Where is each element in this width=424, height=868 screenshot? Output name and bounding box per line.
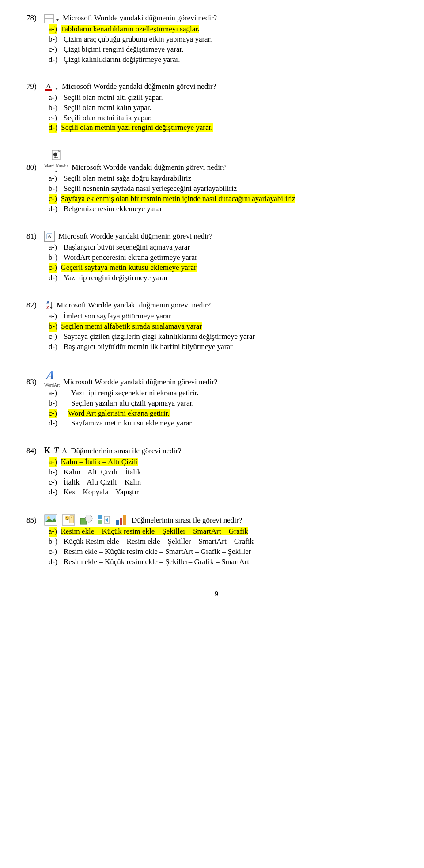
svg-marker-9 — [54, 171, 58, 172]
option-a: a-) Yazı tipi rengi seçeneklerini ekrana… — [49, 388, 406, 398]
option-label: d-) — [49, 204, 64, 214]
option-text: Kes – Kopyala – Yapıştır — [64, 487, 139, 497]
option-label: c-) — [49, 547, 64, 557]
question-number: 79) — [26, 82, 41, 92]
option-label: d-) — [49, 557, 64, 567]
option-label: c-) — [49, 194, 57, 203]
svg-text:A: A — [46, 83, 51, 90]
question-78: 78) Microsoft Wordde yandaki düğmenin gö… — [26, 13, 406, 65]
text-wrap-icon: Metni Kaydır — [44, 150, 68, 173]
svg-point-27 — [71, 517, 72, 518]
option-d: d-) Başlangıcı büyüt'dür metnin ilk harf… — [49, 342, 406, 352]
question-text: Microsoft Wordde yandaki düğmenin görevi… — [62, 82, 216, 92]
svg-point-29 — [85, 515, 92, 522]
option-d: d-) Belgemize resim eklemeye yarar — [49, 204, 406, 214]
option-c: c-) Çizgi biçimi rengini değiştirmeye ya… — [49, 45, 406, 55]
svg-rect-35 — [120, 518, 122, 525]
option-d: d-) Kes – Kopyala – Yapıştır — [49, 487, 406, 497]
option-text: Resim ekle – Küçük resim ekle – SmartArt… — [64, 547, 251, 557]
option-d: d-) Sayfamıza metin kutusu eklemeye yara… — [49, 418, 406, 428]
borders-icon — [44, 14, 59, 23]
option-label: c-) — [49, 478, 64, 488]
option-b: b-) Çizim araç çubuğu grubunu etkin yapm… — [49, 34, 406, 45]
options: a-) Seçili olan metni altı çizili yapar.… — [49, 93, 406, 133]
option-d: d-) Seçili olan metnin yazı rengini deği… — [49, 123, 406, 133]
option-d: d-) Yazı tip rengini değiştirmeye yarar — [49, 273, 406, 283]
question-number: 81) — [26, 231, 41, 242]
option-a: a-) Tabloların kenarlıklarını özelleştir… — [49, 24, 406, 34]
option-label: c-) — [49, 332, 64, 342]
option-text: Seçili olan metni kalın yapar. — [64, 103, 151, 113]
option-d: d-) Çizgi kalınlıklarını değiştirmeye ya… — [49, 55, 406, 65]
option-label: b-) — [49, 398, 64, 409]
option-text: Seçili olan metni italik yapar. — [64, 113, 152, 123]
svg-text:A: A — [47, 233, 52, 239]
option-label: a-) — [49, 311, 64, 322]
option-c: c-) Word Art galerisini ekrana getirir. — [49, 409, 406, 419]
svg-marker-16 — [50, 307, 53, 309]
options: a-) Tabloların kenarlıklarını özelleştir… — [49, 24, 406, 65]
option-text: Seçili olan metni altı çizili yapar. — [64, 93, 163, 103]
option-label: a-) — [49, 388, 64, 398]
option-text: Sayfamıza metin kutusu eklemeye yarar. — [71, 419, 193, 427]
question-text: Düğmelerinin sırası ile görevi nedir? — [71, 446, 181, 456]
option-label: b-) — [49, 103, 64, 113]
option-text: Resim ekle – Küçük resim ekle – Şekiller… — [61, 527, 248, 535]
option-text: Çizgi kalınlıklarını değiştirmeye yarar. — [64, 55, 180, 65]
options: a-) Yazı tipi rengi seçeneklerini ekrana… — [49, 388, 406, 429]
option-text: Seçili olan metnin yazı rengini değiştir… — [61, 123, 212, 132]
svg-marker-6 — [55, 88, 58, 90]
option-text: Seçili olan metni sağa doğru kaydırabili… — [64, 174, 191, 184]
option-label: b-) — [49, 34, 64, 45]
option-label: a-) — [49, 458, 57, 466]
option-text: Resim ekle – Küçük resim ekle – Şekiller… — [64, 557, 249, 567]
option-c: c-) Resim ekle – Küçük resim ekle – Smar… — [49, 547, 406, 557]
option-label: a-) — [49, 527, 57, 535]
question-79: 79) A Microsoft Wordde yandaki düğmenin … — [26, 82, 406, 133]
option-text: Tabloların kenarlıklarını özelleştirmeyi… — [61, 25, 199, 33]
option-label: c-) — [49, 409, 57, 417]
question-number: 85) — [26, 515, 41, 526]
option-label: b-) — [49, 537, 64, 547]
question-82: 82) A Z Microsoft Wordde yandaki düğmeni… — [26, 300, 406, 352]
svg-rect-31 — [98, 520, 102, 524]
option-text: İmleci son sayfaya götürmeye yarar — [64, 311, 171, 322]
option-a: a-) Başlangıcı büyüt seçeneğini açmaya y… — [49, 243, 406, 253]
option-a: a-) Seçili olan metni altı çizili yapar. — [49, 93, 406, 103]
option-text: Geçerli sayfaya metin kutusu eklemeye ya… — [61, 263, 196, 272]
question-text: Düğmelerinin sırası ile görevi nedir? — [132, 515, 242, 526]
icon-label: Metni Kaydır — [44, 164, 68, 168]
option-label: a-) — [49, 174, 64, 184]
svg-rect-34 — [116, 520, 119, 525]
text-box-icon: A — [44, 231, 55, 242]
option-text: Seçilen yazıları altı çizili yapmaya yar… — [71, 399, 194, 407]
italic-icon: T — [54, 445, 58, 456]
option-text: Sayfaya çizilen çizgilerin çizgi kalınlı… — [64, 332, 255, 342]
svg-rect-30 — [98, 515, 102, 519]
options: a-) İmleci son sayfaya götürmeye yarar b… — [49, 311, 406, 352]
option-b: b-) Seçilen metni alfabetik sırada sıral… — [49, 322, 406, 332]
picture-icon — [44, 514, 57, 526]
options: a-) Kalın – İtalik – Altı Çizili b-) Kal… — [49, 457, 406, 498]
option-b: b-) Seçili olan metni kalın yapar. — [49, 103, 406, 113]
option-text: Yazı tipi rengi seçeneklerini ekrana get… — [71, 389, 198, 397]
svg-text:Z: Z — [46, 305, 49, 310]
option-text: Kalın – Altı Çizili – İtalik — [64, 467, 141, 478]
option-a: a-) Seçili olan metni sağa doğru kaydıra… — [49, 174, 406, 184]
svg-rect-5 — [45, 89, 52, 91]
option-label: b-) — [49, 467, 64, 478]
option-label: c-) — [49, 263, 57, 272]
question-number: 84) — [26, 446, 41, 456]
question-text: Microsoft Wordde yandaki düğmenin görevi… — [72, 163, 226, 173]
option-label: a-) — [49, 243, 64, 253]
smartart-icon — [97, 514, 110, 526]
question-text: Microsoft Wordde yandaki düğmenin görevi… — [63, 377, 217, 387]
option-label: c-) — [49, 113, 64, 123]
icon-label: WordArt — [44, 383, 60, 387]
shapes-icon — [80, 514, 93, 526]
option-label: b-) — [49, 322, 57, 330]
svg-text:A: A — [45, 369, 56, 381]
underline-icon: A — [62, 446, 67, 456]
question-text: Microsoft Wordde yandaki düğmenin görevi… — [57, 300, 211, 311]
option-text: Çizgi biçimi rengini değiştirmeye yarar. — [64, 45, 183, 55]
